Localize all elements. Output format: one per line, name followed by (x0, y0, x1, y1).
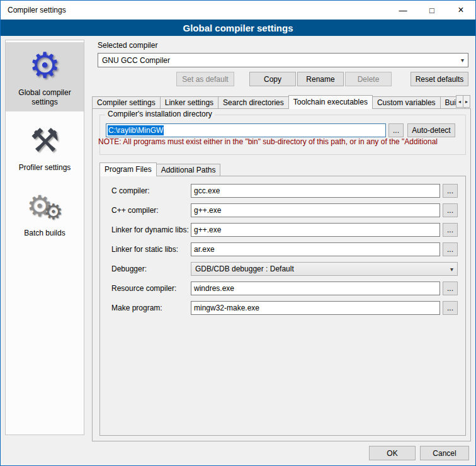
tab-toolchain-executables[interactable]: Toolchain executables (288, 95, 373, 109)
hammer-icon: ⚒ (30, 120, 60, 161)
tab-custom-variables[interactable]: Custom variables (372, 96, 441, 108)
cpp-compiler-browse-button[interactable]: ... (443, 203, 458, 217)
close-button[interactable]: × (446, 1, 475, 20)
installation-directory-groupbox: Compiler's installation directory C:\ray… (99, 115, 466, 155)
cancel-button[interactable]: Cancel (420, 446, 469, 460)
hammer-icon: ⚒ (7, 120, 82, 161)
selected-compiler-select[interactable]: GNU GCC Compiler ▾ (98, 53, 468, 67)
compiler-actions: Set as default Copy Rename Delete Reset … (98, 72, 468, 86)
linker-dynamic-browse-button[interactable]: ... (443, 223, 458, 237)
tab-scroll-right-button[interactable]: ▸ (463, 95, 470, 108)
selected-compiler-label: Selected compiler (98, 41, 157, 50)
sidebar-item-label: Batch builds (7, 229, 82, 238)
maximize-button[interactable]: □ (417, 1, 446, 20)
tab-linker-settings[interactable]: Linker settings (160, 96, 218, 108)
resource-compiler-label: Resource compiler: (111, 284, 191, 293)
sidebar-item-global-compiler-settings[interactable]: ⚙ Global compiler settings (6, 42, 84, 111)
c-compiler-input[interactable] (191, 184, 440, 198)
tab-program-files[interactable]: Program Files (99, 162, 157, 176)
resource-compiler-input[interactable] (191, 281, 440, 295)
gear-icon: ⚙ (29, 45, 60, 86)
selected-compiler-value: GNU GCC Compiler (102, 56, 170, 65)
minimize-button[interactable]: — (388, 1, 417, 20)
tab-search-directories[interactable]: Search directories (218, 96, 289, 108)
debugger-value: GDB/CDB debugger : Default (195, 264, 294, 273)
reset-defaults-button[interactable]: Reset defaults (411, 72, 468, 86)
gear-icon: ⚙ (7, 45, 82, 86)
linker-static-input[interactable] (191, 242, 440, 256)
bin-subdirectory-note: NOTE: All programs must exist either in … (98, 137, 470, 146)
tab-additional-paths[interactable]: Additional Paths (156, 164, 221, 176)
set-as-default-button[interactable]: Set as default (176, 72, 234, 86)
delete-button[interactable]: Delete (345, 72, 392, 86)
chevron-down-icon: ▾ (446, 266, 453, 273)
compiler-settings-window: Compiler settings — □ × Global compiler … (0, 0, 476, 466)
sidebar-item-profiler-settings[interactable]: ⚒ Profiler settings (6, 117, 84, 177)
auto-detect-button[interactable]: Auto-detect (407, 123, 455, 137)
debugger-label: Debugger: (111, 264, 191, 273)
c-compiler-row: C compiler: ... (111, 184, 458, 198)
linker-static-label: Linker for static libs: (111, 245, 191, 254)
sidebar-item-label: Global compiler settings (7, 88, 82, 107)
installation-directory-row: C:\raylib\MinGW ... Auto-detect (106, 123, 455, 137)
installation-directory-title: Compiler's installation directory (105, 110, 215, 118)
resource-compiler-row: Resource compiler: ... (111, 281, 458, 295)
close-icon: × (458, 4, 463, 16)
sidebar-item-batch-builds[interactable]: ⚙ ⚙ Batch builds (6, 183, 84, 242)
installation-directory-input[interactable]: C:\raylib\MinGW (106, 123, 386, 137)
cpp-compiler-input[interactable] (191, 203, 440, 217)
toolchain-executables-panel: Compiler's installation directory C:\ray… (92, 108, 471, 441)
maximize-icon: □ (429, 6, 434, 15)
chevron-down-icon: ▾ (457, 57, 464, 64)
cpp-compiler-label: C++ compiler: (111, 206, 191, 215)
tab-scroll-buttons: ◂ ▸ (456, 95, 470, 108)
make-program-row: Make program: ... (111, 301, 458, 315)
dialog-header: Global compiler settings (1, 20, 475, 36)
settings-tabstrip: Compiler settings Linker settings Search… (92, 94, 471, 108)
make-program-input[interactable] (191, 301, 440, 315)
program-files-form: C compiler: ... C++ compiler: ... Linker… (100, 176, 465, 315)
linker-dynamic-input[interactable] (191, 223, 440, 237)
linker-static-row: Linker for static libs: ... (111, 242, 458, 256)
tab-compiler-settings[interactable]: Compiler settings (92, 96, 161, 108)
installation-directory-browse-button[interactable]: ... (388, 123, 404, 137)
gears-icon: ⚙ ⚙ (7, 186, 82, 226)
ok-button[interactable]: OK (369, 446, 416, 460)
debugger-select[interactable]: GDB/CDB debugger : Default ▾ (191, 262, 458, 276)
make-program-browse-button[interactable]: ... (443, 301, 458, 315)
gear-icon: ⚙ (43, 199, 62, 224)
linker-dynamic-label: Linker for dynamic libs: (111, 225, 191, 234)
make-program-label: Make program: (111, 304, 191, 312)
resource-compiler-browse-button[interactable]: ... (443, 281, 458, 295)
settings-category-list: ⚙ Global compiler settings ⚒ Profiler se… (5, 40, 84, 435)
rename-button[interactable]: Rename (297, 72, 344, 86)
cpp-compiler-row: C++ compiler: ... (111, 203, 458, 217)
sidebar-item-label: Profiler settings (7, 163, 82, 173)
installation-directory-value: C:\raylib\MinGW (108, 125, 164, 135)
dialog-header-title: Global compiler settings (183, 23, 293, 33)
debugger-row: Debugger: GDB/CDB debugger : Default ▾ (111, 262, 458, 276)
copy-button[interactable]: Copy (249, 72, 296, 86)
titlebar[interactable]: Compiler settings — □ × (1, 1, 475, 20)
program-files-tabstrip: Program Files Additional Paths (99, 162, 466, 176)
c-compiler-browse-button[interactable]: ... (443, 184, 458, 198)
linker-dynamic-row: Linker for dynamic libs: ... (111, 223, 458, 237)
program-files-panel: C compiler: ... C++ compiler: ... Linker… (99, 176, 466, 436)
window-controls: — □ × (388, 1, 475, 20)
window-title: Compiler settings (1, 6, 66, 14)
linker-static-browse-button[interactable]: ... (443, 242, 458, 256)
c-compiler-label: C compiler: (111, 186, 191, 195)
minimize-icon: — (399, 6, 407, 15)
